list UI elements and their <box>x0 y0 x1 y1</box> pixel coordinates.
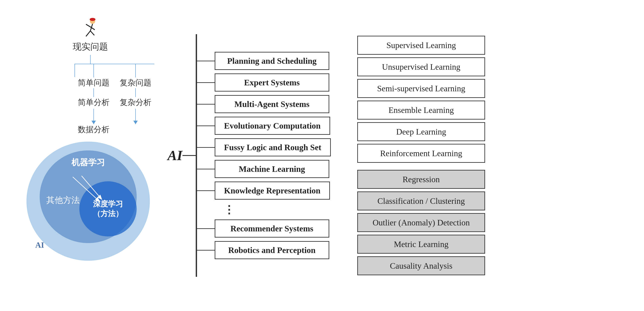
ml-node-deep: Deep Learning <box>357 122 485 141</box>
ml-node-regression: Regression <box>357 170 485 189</box>
svg-line-6 <box>90 31 94 35</box>
circle-dl: 深度学习 （方法） <box>79 181 137 236</box>
tree-line <box>182 34 197 277</box>
svg-line-16 <box>329 169 357 201</box>
branch-left-top: 简单问题 <box>78 77 110 88</box>
ml-node-unsupervised: Unsupervised Learning <box>357 57 485 76</box>
node-planning-box: Planning and Scheduling <box>215 52 329 70</box>
ai-tree: AI Planning and Scheduling Expert System… <box>168 34 331 277</box>
ml-node-classification: Classification / Clustering <box>357 191 485 210</box>
venn-diagram: AI 机器学习 其他方法 深度学习 （方法） <box>26 142 154 265</box>
ml-node-semi: Semi-supervised Learning <box>357 79 485 98</box>
node-fussy-box: Fussy Logic and Rough Set <box>215 138 331 156</box>
diagram-wrapper: AI Planning and Scheduling Expert System… <box>168 34 485 277</box>
node-fussy: Fussy Logic and Rough Set <box>197 138 331 156</box>
node-recommender: Recommender Systems <box>197 219 331 237</box>
node-expert: Expert Systems <box>197 74 331 92</box>
main-container: 现实问题 <box>0 0 644 311</box>
left-panel: 现实问题 <box>13 9 168 302</box>
svg-line-5 <box>86 31 90 36</box>
ai-circle-label: AI <box>35 240 44 250</box>
svg-line-12 <box>329 110 357 169</box>
node-evolutionary: Evolutionary Computation <box>197 117 331 135</box>
branch-right-top: 复杂问题 <box>120 77 152 88</box>
svg-line-14 <box>329 153 357 169</box>
branch-right-bottom: 复杂分析 <box>120 97 152 108</box>
dl-circle-label: 深度学习 （方法） <box>93 199 123 219</box>
node-planning: Planning and Scheduling <box>197 52 331 70</box>
node-knowledge: Knowledge Representation <box>197 182 331 200</box>
node-recommender-box: Recommender Systems <box>215 219 329 237</box>
ml-node-supervised: Supervised Learning <box>357 36 485 55</box>
svg-line-17 <box>329 169 357 222</box>
branch-left-bottom: 简单分析 <box>78 97 110 108</box>
svg-line-19 <box>329 169 357 266</box>
bottom-label-left: 数据分析 <box>78 124 110 135</box>
node-robotics: Robotics and Perception <box>197 241 331 259</box>
node-dots: ⋮ <box>197 203 331 216</box>
svg-line-3 <box>86 24 90 27</box>
node-robotics-box: Robotics and Perception <box>215 241 329 259</box>
ai-main-label: AI <box>168 147 182 164</box>
svg-line-15 <box>329 169 357 179</box>
dots: ⋮ <box>215 203 243 216</box>
ai-nodes: Planning and Scheduling Expert Systems M… <box>197 50 331 261</box>
right-panel: Supervised Learning Unsupervised Learnin… <box>357 35 485 276</box>
ml-node-ensemble: Ensemble Learning <box>357 101 485 120</box>
ml-nodes-dashed: Regression Classification / Clustering O… <box>357 169 485 276</box>
person-icon <box>79 18 102 40</box>
node-ml: Machine Learning <box>197 160 331 178</box>
node-multiagent: Multi-Agent Systems <box>197 95 331 113</box>
svg-line-11 <box>329 89 357 169</box>
node-evolutionary-box: Evolutionary Computation <box>215 117 330 135</box>
other-label: 其他方法 <box>46 195 80 206</box>
node-knowledge-box: Knowledge Representation <box>215 182 330 200</box>
ml-node-reinforcement: Reinforcement Learning <box>357 144 485 163</box>
node-expert-box: Expert Systems <box>215 74 329 92</box>
label-xianshi: 现实问题 <box>73 41 108 53</box>
ml-node-outlier: Outlier (Anomaly) Detection <box>357 213 485 232</box>
node-multiagent-box: Multi-Agent Systems <box>215 95 329 113</box>
svg-line-18 <box>329 169 357 244</box>
node-ml-box: Machine Learning <box>215 160 329 178</box>
ml-nodes-solid: Supervised Learning Unsupervised Learnin… <box>357 35 485 164</box>
ml-node-causality: Causality Analysis <box>357 256 485 275</box>
ai-label-box: AI <box>168 147 182 164</box>
svg-line-9 <box>329 45 357 169</box>
ml-node-metric: Metric Learning <box>357 235 485 254</box>
svg-line-13 <box>329 132 357 169</box>
ml-circle-label: 机器学习 <box>72 157 105 168</box>
svg-point-1 <box>90 18 96 21</box>
svg-line-10 <box>329 67 357 169</box>
